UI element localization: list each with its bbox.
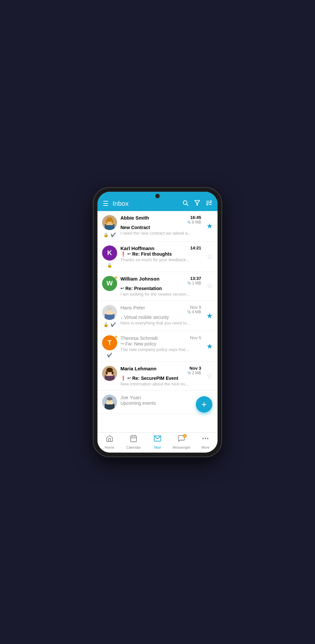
calendar-icon — [130, 435, 137, 444]
verified-icon: ✔️ — [111, 322, 116, 327]
menu-icon[interactable]: ☰ — [103, 200, 109, 207]
lock-icon: 🔒 — [103, 232, 109, 237]
svg-rect-31 — [105, 404, 115, 410]
svg-rect-17 — [105, 314, 115, 320]
sender-name: Maria Lehmann — [120, 366, 157, 371]
header: ☰ Inbox — [97, 196, 218, 211]
download-icon: ↓ — [120, 315, 123, 320]
svg-point-39 — [203, 438, 203, 439]
email-content: Abbie Smith 16:45 📎 8 MB New Contract — [120, 215, 201, 236]
nav-more[interactable]: More — [194, 435, 218, 449]
lock-icon: 🔒 — [107, 263, 112, 268]
camera — [155, 194, 160, 198]
forward-icon: ↪ — [120, 341, 124, 346]
email-item[interactable]: Maria Lehmann Nov 3 📎 2 MB ❗ ↩ Re — [97, 362, 218, 391]
home-icon — [106, 435, 114, 444]
svg-point-33 — [107, 397, 113, 400]
star-button[interactable]: ☆ — [206, 252, 213, 261]
email-list: 🔒 ✔️ Abbie Smith 16:45 📎 8 MB — [97, 211, 218, 414]
sender-name: William Johnson — [120, 276, 159, 282]
email-time: Nov 3 — [187, 366, 201, 371]
email-time: 13:37 — [187, 276, 201, 281]
email-item[interactable]: T ★ ✔️ Theresa Schmidt Nov 5 — [97, 331, 218, 362]
nav-messenger[interactable]: 1 Messenger — [170, 435, 194, 449]
email-subject: New Contract — [120, 225, 150, 230]
email-badges: 🔒 ✔️ — [103, 232, 116, 237]
svg-point-12 — [106, 220, 108, 224]
avatar — [102, 215, 117, 230]
svg-point-19 — [107, 307, 113, 310]
email-meta: Nov 5 — [190, 335, 201, 340]
verified-icon: ✔️ — [107, 353, 112, 358]
svg-point-26 — [106, 371, 108, 375]
avatar: W ★ — [102, 276, 117, 291]
email-item[interactable]: 🔒 ✔️ Abbie Smith 16:45 📎 8 MB — [97, 211, 218, 242]
header-title: Inbox — [113, 200, 178, 207]
email-meta: 14:21 — [190, 245, 201, 250]
phone-screen: ☰ Inbox — [97, 192, 218, 453]
nav-calendar[interactable]: Calendar — [121, 435, 145, 449]
nav-mail-label: Mail — [154, 445, 161, 449]
star-button[interactable]: ☆ — [206, 372, 213, 380]
email-item[interactable]: W ★ William Johnson 13:37 📎 1 MB — [97, 272, 218, 301]
priority-icon: ❗ — [120, 251, 126, 257]
verified-icon: ✔️ — [111, 232, 116, 237]
email-size: 📎 8 MB — [187, 220, 201, 224]
star-button[interactable]: ★ — [206, 222, 213, 230]
mail-icon — [154, 435, 161, 444]
nav-home-label: Home — [105, 445, 114, 449]
email-meta: 13:37 📎 1 MB — [187, 276, 201, 285]
email-subject: Re: SecurePIM Event — [132, 376, 178, 381]
priority-icon: ❗ — [120, 376, 126, 381]
vip-star: ★ — [114, 275, 118, 280]
email-size: 📎 2 MB — [187, 371, 201, 375]
nav-home[interactable]: Home — [97, 435, 121, 449]
more-icon — [201, 435, 209, 444]
email-preview: I need the new contract we talked a... — [120, 231, 201, 236]
messenger-icon-wrap: 1 — [178, 435, 185, 444]
svg-rect-18 — [106, 312, 113, 315]
bottom-nav: Home Calendar — [97, 432, 218, 453]
sender-name: Hans Peter — [120, 305, 145, 310]
reply-icon: ↩ — [120, 286, 124, 291]
email-time: 16:45 — [187, 215, 201, 220]
email-badges: 🔒 ✔️ — [103, 322, 116, 327]
avatar — [102, 366, 117, 381]
email-content: Karl Hoffmann 14:21 ❗ ↩ Re: First though… — [120, 245, 201, 262]
star-button[interactable]: ★ — [206, 312, 213, 320]
email-list-container: 🔒 ✔️ Abbie Smith 16:45 📎 8 MB — [97, 211, 218, 432]
email-badges: ✔️ — [107, 353, 112, 358]
email-meta: Nov 9 📎 4 MB — [187, 305, 201, 314]
lock-icon: 🔒 — [103, 322, 109, 327]
nav-messenger-label: Messenger — [173, 445, 190, 449]
sort-icon[interactable] — [206, 200, 212, 208]
email-subject: Re: First thoughts — [132, 251, 172, 257]
email-preview: New information about the next ev... — [120, 381, 201, 386]
svg-point-25 — [106, 368, 113, 372]
email-subject: Re: Presentation — [125, 286, 162, 291]
vip-star: ★ — [114, 335, 118, 339]
email-content: Maria Lehmann Nov 3 📎 2 MB ❗ ↩ Re — [120, 366, 201, 386]
email-preview: Thanks so much for your feedback... — [120, 257, 201, 262]
email-content: William Johnson 13:37 📎 1 MB ↩ Re: Prese… — [120, 276, 201, 297]
search-icon[interactable] — [182, 200, 189, 208]
email-item[interactable]: K 🔒 Karl Hoffmann 14:21 — [97, 242, 218, 272]
email-subject: Fw: New policy — [125, 341, 156, 346]
compose-button[interactable]: + — [196, 396, 212, 413]
email-time: 14:21 — [190, 245, 201, 250]
star-button[interactable]: ★ — [206, 342, 213, 351]
svg-line-1 — [187, 204, 188, 205]
svg-point-40 — [205, 438, 206, 439]
sender-name: Theresa Schmidt — [120, 335, 158, 341]
email-subject: Virtual mobile security — [124, 315, 169, 320]
filter-icon[interactable] — [194, 200, 200, 208]
svg-rect-23 — [105, 375, 115, 381]
nav-mail[interactable]: Mail — [145, 435, 169, 449]
email-item[interactable]: 🔒 ✔️ Hans Peter Nov 9 📎 4 MB — [97, 301, 218, 331]
star-button[interactable]: ☆ — [206, 282, 213, 290]
reply-icon: ↩ — [127, 251, 131, 256]
email-time: Nov 5 — [190, 335, 201, 340]
email-content: Theresa Schmidt Nov 5 ↪ Fw: New policy T… — [120, 335, 201, 352]
header-icons — [182, 200, 212, 208]
avatar: ★ — [102, 395, 117, 410]
